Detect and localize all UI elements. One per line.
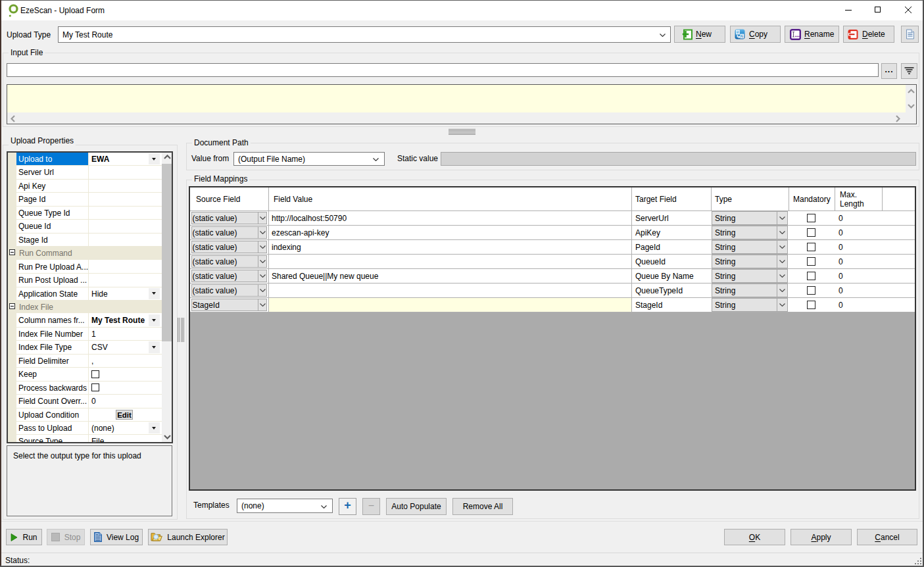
- svg-text:1: 1: [737, 30, 739, 34]
- svg-text:2: 2: [741, 34, 743, 38]
